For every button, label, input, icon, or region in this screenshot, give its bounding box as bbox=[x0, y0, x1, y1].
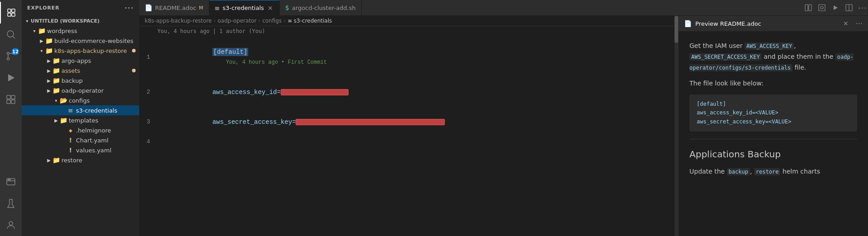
line-1-text: [default] bbox=[212, 48, 249, 56]
sidebar-item-k8s[interactable]: ▾ 📁 k8s-apps-backup-restore bbox=[22, 46, 139, 56]
sidebar-item-restore[interactable]: ▶ 📁 restore bbox=[22, 155, 139, 165]
split-editor-button[interactable] bbox=[803, 2, 814, 13]
sidebar-item-chart-yaml[interactable]: ▶ ! Chart.yaml bbox=[22, 135, 139, 145]
breadcrumb-configs: configs bbox=[262, 18, 282, 24]
sidebar-item-templates[interactable]: ▶ 📁 templates bbox=[22, 115, 139, 125]
svg-rect-12 bbox=[7, 100, 10, 104]
extensions-activity-item[interactable] bbox=[0, 89, 22, 110]
sidebar-item-configs[interactable]: ▾ 📂 configs bbox=[22, 95, 139, 105]
code-restore: restore bbox=[754, 168, 781, 175]
editor-content[interactable]: You, 4 hours ago | 1 author (You) 1 [def… bbox=[139, 26, 675, 236]
line-2-redacted bbox=[281, 89, 349, 95]
svg-point-4 bbox=[7, 31, 14, 37]
line-content-2: aws_access_key_id= bbox=[157, 77, 675, 107]
svg-rect-20 bbox=[809, 5, 811, 11]
readme-tab-icon: 📄 bbox=[145, 4, 152, 11]
sidebar-item-argo-apps[interactable]: ▶ 📁 argo-apps bbox=[22, 56, 139, 66]
s3-credentials-label: s3-credentials bbox=[76, 107, 136, 114]
tab-argocd[interactable]: $ argocd-cluster-add.sh bbox=[280, 0, 362, 15]
s3-tab-label: s3-credentials bbox=[222, 5, 264, 11]
sidebar: EXPLORER ··· ▾ UNTITLED (WORKSPACE) ▾ 📁 … bbox=[22, 0, 139, 236]
svg-point-18 bbox=[9, 222, 13, 225]
sidebar-item-backup[interactable]: ▶ 📁 backup bbox=[22, 76, 139, 85]
svg-point-16 bbox=[8, 179, 9, 180]
argocd-tab-label: argocd-cluster-add.sh bbox=[292, 5, 356, 11]
accounts-activity-item[interactable] bbox=[0, 214, 22, 236]
diamond-icon: ◆ bbox=[67, 127, 74, 134]
breadcrumb-s3: ≡ s3-credentials bbox=[288, 18, 332, 24]
editor-area: k8s-apps-backup-restore › oadp-operator … bbox=[139, 16, 868, 236]
sidebar-item-helmignore[interactable]: ▶ ◆ .helmignore bbox=[22, 125, 139, 135]
breadcrumb-sep-1: › bbox=[213, 18, 216, 24]
explorer-activity-item[interactable] bbox=[0, 2, 22, 24]
code-block-line1: [default] bbox=[697, 100, 850, 109]
sidebar-item-wordpress[interactable]: ▾ 📁 wordpress bbox=[22, 26, 139, 36]
preview-after-heading: Update the backup, restore helm charts bbox=[689, 166, 857, 177]
sidebar-item-s3-credentials[interactable]: ▶ ≡ s3-credentials bbox=[22, 105, 139, 115]
scrollbar-thumb bbox=[675, 16, 678, 43]
line-content-4 bbox=[157, 137, 675, 147]
svg-rect-21 bbox=[819, 5, 825, 11]
sidebar-item-assets[interactable]: ▶ 📁 assets bbox=[22, 66, 139, 76]
chart-yaml-label: Chart.yaml bbox=[76, 137, 136, 144]
wordpress-label: wordpress bbox=[47, 28, 136, 34]
sidebar-title: EXPLORER bbox=[27, 5, 60, 11]
test-activity-item[interactable] bbox=[0, 193, 22, 214]
svg-rect-0 bbox=[8, 9, 11, 12]
line-3-redacted bbox=[296, 119, 445, 125]
workspace-header[interactable]: ▾ UNTITLED (WORKSPACE) bbox=[22, 16, 139, 26]
svg-point-22 bbox=[821, 6, 823, 9]
breadcrumb-sep-3: › bbox=[283, 18, 286, 24]
git-commit-msg: You, 4 hours ago • First Commit bbox=[226, 59, 327, 66]
preview-more-button[interactable]: ··· bbox=[856, 19, 863, 28]
code-block-line3: aws_secret_access_key=<VALUE> bbox=[697, 118, 850, 126]
svg-point-17 bbox=[9, 179, 10, 180]
search-activity-item[interactable] bbox=[0, 24, 22, 45]
folder-icon: 📁 bbox=[52, 87, 60, 94]
sidebar-item-build-ecommerce[interactable]: ▶ 📁 build-ecommerce-websites bbox=[22, 36, 139, 46]
sidebar-item-values-yaml[interactable]: ▶ ! values.yaml bbox=[22, 145, 139, 155]
config-file-icon: ≡ bbox=[67, 107, 74, 114]
sidebar-more-button[interactable]: ··· bbox=[124, 4, 134, 12]
sidebar-item-oadp[interactable]: ▶ 📁 oadp-operator bbox=[22, 85, 139, 95]
preview-close-button[interactable]: ✕ bbox=[843, 20, 849, 27]
more-actions-button[interactable]: ··· bbox=[857, 2, 868, 13]
editor-lines: 1 [default] You, 4 hours ago • First Com… bbox=[139, 37, 675, 147]
split-vertical-button[interactable] bbox=[844, 2, 854, 13]
readme-modified-badge: M bbox=[199, 5, 203, 11]
toggle-panel-button[interactable] bbox=[816, 2, 827, 13]
remote-activity-item[interactable] bbox=[0, 171, 22, 193]
line-number-4: 4 bbox=[139, 137, 157, 147]
configs-arrow: ▾ bbox=[52, 97, 60, 104]
code-access-key: AWS_ACCESS_KEY bbox=[745, 42, 794, 50]
templates-label: templates bbox=[69, 117, 136, 124]
editor-line-1: 1 [default] You, 4 hours ago • First Com… bbox=[139, 37, 675, 77]
folder-icon: 📁 bbox=[52, 77, 60, 84]
exclaim-icon: ! bbox=[67, 137, 74, 144]
editor-scrollbar[interactable] bbox=[675, 16, 678, 236]
svg-point-8 bbox=[7, 52, 9, 55]
editor-line-2: 2 aws_access_key_id= bbox=[139, 77, 675, 107]
templates-arrow: ▶ bbox=[52, 117, 60, 124]
preview-file-icon: 📄 bbox=[684, 20, 692, 27]
folder-icon: 📁 bbox=[38, 27, 45, 34]
k8s-label: k8s-apps-backup-restore bbox=[54, 47, 132, 54]
editor-line-4: 4 bbox=[139, 137, 675, 147]
s3-tab-close[interactable]: ✕ bbox=[267, 5, 274, 12]
play-button[interactable] bbox=[830, 2, 841, 13]
readme-tab-label: README.adoc bbox=[155, 5, 196, 11]
oadp-label: oadp-operator bbox=[61, 87, 136, 94]
svg-rect-19 bbox=[805, 5, 808, 11]
preview-content: Get the IAM user AWS_ACCESS_KEY, AWS_SEC… bbox=[679, 32, 868, 236]
source-control-activity-item[interactable]: 12 bbox=[0, 45, 22, 67]
exclaim-icon: ! bbox=[67, 146, 74, 154]
restore-label: restore bbox=[61, 157, 136, 164]
run-activity-item[interactable] bbox=[0, 67, 22, 89]
tab-bar: 📄 README.adoc M ≡ s3-credentials ✕ $ arg… bbox=[139, 0, 868, 16]
code-backup: backup bbox=[727, 168, 750, 175]
svg-marker-9 bbox=[8, 74, 14, 81]
tab-readme[interactable]: 📄 README.adoc M bbox=[139, 0, 209, 15]
preview-pane: 📄 Preview README.adoc ✕ ··· Get the IAM … bbox=[678, 16, 868, 236]
wordpress-arrow: ▾ bbox=[31, 27, 38, 34]
tab-s3-credentials[interactable]: ≡ s3-credentials ✕ bbox=[209, 0, 280, 15]
